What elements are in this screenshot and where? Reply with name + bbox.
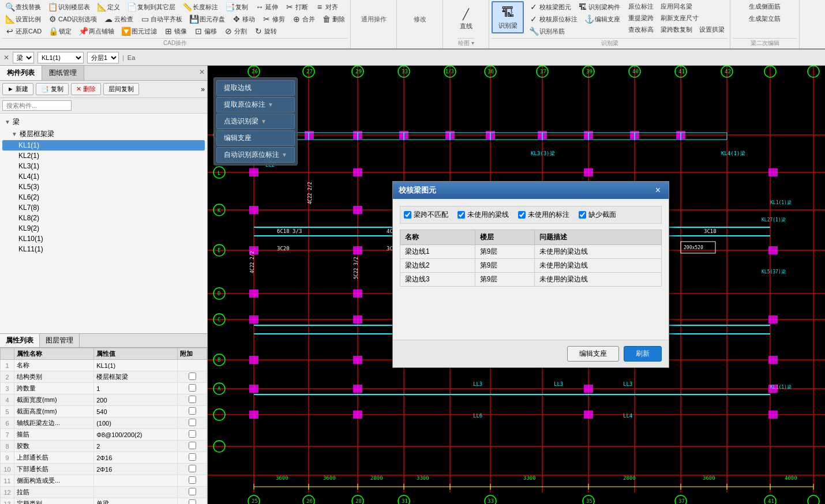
table-row[interactable]: 7 箍筋 Φ8@100/200(2): [1, 429, 207, 441]
straight-line-btn[interactable]: ╱ 直线: [452, 7, 481, 32]
cad-recog-opt-btn[interactable]: ⚙CAD识别选项: [45, 13, 100, 25]
auto-align-btn[interactable]: ▭自动平齐板: [137, 13, 185, 25]
prop-value[interactable]: 200: [94, 394, 178, 406]
prop-value[interactable]: [94, 475, 178, 487]
prop-extra[interactable]: [178, 498, 207, 505]
re-extract-span-btn[interactable]: 重提梁跨: [625, 13, 657, 24]
prop-extra[interactable]: [178, 418, 207, 429]
define-btn[interactable]: 📐定义: [94, 1, 123, 13]
find-replace-btn[interactable]: 🔍查找替换: [2, 1, 44, 13]
cloud-check-btn[interactable]: ☁云检查: [101, 13, 136, 25]
orig-mark-btn[interactable]: 原位标注: [625, 1, 657, 12]
identify-hanging-btn[interactable]: 🔧识别吊筋: [526, 25, 568, 37]
element-type-select[interactable]: 梁: [13, 52, 34, 63]
prop-extra[interactable]: [178, 452, 207, 464]
close-panel-icon[interactable]: ✕: [3, 54, 9, 62]
offset-btn[interactable]: ⊡偏移: [191, 25, 220, 37]
tree-item-kl9[interactable]: KL9(2): [2, 223, 205, 234]
table-row[interactable]: 12 拉筋: [1, 487, 207, 498]
copy-btn[interactable]: 📑复制: [222, 1, 251, 13]
filter-missing-section[interactable]: 缺少截面: [579, 210, 616, 220]
recognize-beam-bigbtn[interactable]: 🏗 识别梁: [492, 1, 524, 33]
dialog-table-row[interactable]: 梁边线2 第9层 未使用的梁边线: [400, 259, 662, 273]
prop-extra[interactable]: [178, 475, 207, 487]
gen-frame-rebar-btn[interactable]: 生成架立筋: [746, 13, 783, 24]
extract-orig-mark-btn[interactable]: 提取原位标注 ▼: [216, 97, 295, 112]
tab-component-list[interactable]: 构件列表: [0, 66, 42, 80]
cad-canvas-area[interactable]: J L K E D C B A 26 27 29 33 1/3 36 37 39…: [208, 66, 825, 504]
prop-extra[interactable]: [178, 406, 207, 418]
copy-layer-btn[interactable]: 📄复制到其它层: [124, 1, 178, 13]
prop-value[interactable]: 1: [94, 383, 178, 394]
tree-item-kl5[interactable]: KL5(3): [2, 182, 205, 192]
check-orig-mark-btn[interactable]: ✓校核原位标注: [526, 13, 580, 25]
prop-extra[interactable]: [178, 441, 207, 452]
tree-item-kl2[interactable]: KL2(1): [2, 151, 205, 161]
filter-unused-line[interactable]: 未使用的梁线: [457, 210, 509, 220]
rotate-btn[interactable]: ↻旋转: [251, 25, 280, 37]
length-mark-btn[interactable]: 📏长度标注: [179, 1, 221, 13]
copy-span-num-btn[interactable]: 梁跨数复制: [658, 24, 695, 35]
dialog-edit-support-btn[interactable]: 编辑支座: [567, 346, 619, 362]
break-btn[interactable]: ✂打断: [282, 1, 311, 13]
panel-more-icon[interactable]: »: [201, 85, 205, 93]
table-row[interactable]: 6 轴线距梁左边... (100): [1, 418, 207, 429]
search-component-input[interactable]: [2, 100, 72, 111]
dialog-refresh-btn[interactable]: 刷新: [624, 346, 662, 362]
edit-support-btn[interactable]: ⚓编辑支座: [582, 13, 623, 25]
prop-extra[interactable]: [178, 371, 207, 383]
table-row[interactable]: 5 截面高度(mm) 540: [1, 406, 207, 418]
extend-btn[interactable]: ↔延伸: [252, 1, 281, 13]
table-row[interactable]: 2 结构类别 楼层框架梁: [1, 371, 207, 383]
layer-select[interactable]: 分层1: [87, 52, 119, 63]
table-row[interactable]: 11 侧面构造或受...: [1, 475, 207, 487]
tab-layer-manage[interactable]: 图层管理: [40, 334, 80, 347]
element-name-select[interactable]: KL1(1): [38, 52, 84, 63]
auto-identify-orig-btn[interactable]: 自动识别原位标注 ▼: [216, 147, 295, 163]
edit-support-float-btn[interactable]: 编辑支座: [216, 130, 295, 146]
filter-missing-section-checkbox[interactable]: [579, 211, 586, 219]
check-beam-element-btn[interactable]: ✓校核梁图元: [526, 1, 574, 13]
filter-unused-mark-checkbox[interactable]: [518, 211, 526, 219]
set-arch-btn[interactable]: 设置拱梁: [696, 24, 727, 35]
trim-btn[interactable]: ✂修剪: [259, 13, 288, 25]
tree-item-kl1[interactable]: KL1(1): [2, 140, 205, 151]
tree-item-kl3[interactable]: KL3(1): [2, 161, 205, 171]
filter-unused-mark[interactable]: 未使用的标注: [518, 210, 569, 220]
tree-item-kl8[interactable]: KL8(2): [2, 213, 205, 223]
prop-value[interactable]: [94, 487, 178, 498]
refresh-support-size-btn[interactable]: 刷新支座尺寸: [658, 13, 702, 24]
tree-item-kl6[interactable]: KL6(2): [2, 192, 205, 202]
tree-item-kl4[interactable]: KL4(1): [2, 171, 205, 182]
align-btn[interactable]: ≡对齐: [312, 1, 341, 13]
prop-value[interactable]: 2: [94, 441, 178, 452]
table-row[interactable]: 1 名称 KL1(1): [1, 360, 207, 371]
filter-btn[interactable]: 🔽图元过滤: [118, 25, 160, 37]
identify-beam-part-btn[interactable]: 🏗识别梁构件: [575, 1, 623, 13]
delete-component-btn[interactable]: ✕ 删除: [71, 83, 101, 95]
filter-unused-line-checkbox[interactable]: [457, 211, 465, 219]
tab-drawing-manage[interactable]: 图纸管理: [42, 66, 84, 80]
tree-item-kl10[interactable]: KL10(1): [2, 234, 205, 244]
prop-extra[interactable]: [178, 429, 207, 441]
change-elevation-btn[interactable]: 查改标高: [625, 24, 657, 35]
table-row[interactable]: 3 跨数量 1: [1, 383, 207, 394]
save-element-btn[interactable]: 💾图元存盘: [186, 13, 228, 25]
dialog-table-row[interactable]: 梁边线3 第9层 未使用的梁边线: [400, 273, 662, 287]
prop-extra[interactable]: [178, 464, 207, 475]
prop-value[interactable]: (100): [94, 418, 178, 429]
filter-span-checkbox[interactable]: [404, 211, 411, 219]
prop-value[interactable]: 540: [94, 406, 178, 418]
click-identify-beam-btn[interactable]: 点选识别梁 ▼: [216, 114, 295, 129]
gen-side-rebar-btn[interactable]: 生成侧面筋: [746, 1, 783, 12]
copy-component-btn[interactable]: 📑 复制: [36, 83, 69, 95]
tree-item-beam[interactable]: ▼ 梁: [2, 116, 205, 128]
tree-item-floor-frame-beam[interactable]: ▼ 楼层框架梁: [2, 128, 205, 140]
restore-cad-btn[interactable]: ↩还原CAD: [2, 25, 44, 37]
table-row[interactable]: 9 上部通长筋 2Φ16: [1, 452, 207, 464]
tab-attr-list[interactable]: 属性列表: [0, 334, 40, 347]
prop-value[interactable]: 2Φ16: [94, 452, 178, 464]
prop-extra[interactable]: [178, 383, 207, 394]
merge-btn[interactable]: ⊕合并: [289, 13, 318, 25]
dialog-table-row[interactable]: 梁边线1 第9层 未使用的梁边线: [400, 245, 662, 259]
